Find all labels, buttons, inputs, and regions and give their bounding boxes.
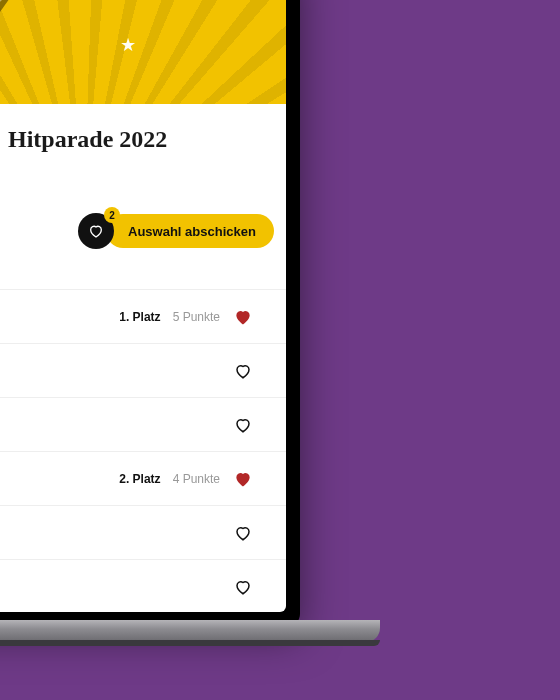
laptop-foot xyxy=(0,640,380,646)
submit-button[interactable]: Auswahl abschicken xyxy=(106,214,274,248)
svg-line-4 xyxy=(0,0,12,104)
track-row: 2. Platz4 Punkte xyxy=(0,451,286,505)
star-icon: ★ xyxy=(120,34,136,56)
laptop-base xyxy=(0,620,380,642)
heart-filled-icon xyxy=(233,307,253,327)
heart-filled-icon xyxy=(233,469,253,489)
svg-line-5 xyxy=(0,0,15,104)
track-row xyxy=(0,397,286,451)
points-label: 5 Punkte xyxy=(173,310,220,324)
track-row xyxy=(0,343,286,397)
page-title: Hitparade 2022 xyxy=(0,104,286,213)
rank-label: 2. Platz xyxy=(119,472,160,486)
svg-line-6 xyxy=(0,0,18,104)
app-window: ★ Hitparade 2022 2 Auswahl abschicken 1.… xyxy=(0,0,286,612)
svg-line-3 xyxy=(0,0,8,104)
track-row xyxy=(0,559,286,612)
hero-banner: ★ xyxy=(0,0,286,104)
favorite-toggle[interactable] xyxy=(232,468,254,490)
favorite-toggle[interactable] xyxy=(232,576,254,598)
favorites-counter[interactable]: 2 xyxy=(78,213,114,249)
favorite-toggle[interactable] xyxy=(232,522,254,544)
track-list: 1. Platz5 Punkte2. Platz4 Punkte xyxy=(0,289,286,612)
heart-outline-icon xyxy=(234,362,252,380)
heart-outline-icon xyxy=(234,524,252,542)
favorite-toggle[interactable] xyxy=(232,414,254,436)
favorite-toggle[interactable] xyxy=(232,306,254,328)
heart-outline-icon xyxy=(234,416,252,434)
heart-outline-icon xyxy=(88,223,104,239)
points-label: 4 Punkte xyxy=(173,472,220,486)
rank-label: 1. Platz xyxy=(119,310,160,324)
guitar-icon xyxy=(0,0,113,104)
favorites-badge: 2 xyxy=(104,207,120,223)
track-row: 1. Platz5 Punkte xyxy=(0,289,286,343)
favorite-toggle[interactable] xyxy=(232,360,254,382)
action-row: 2 Auswahl abschicken xyxy=(0,213,286,249)
heart-outline-icon xyxy=(234,578,252,596)
svg-rect-1 xyxy=(0,0,20,82)
track-row xyxy=(0,505,286,559)
